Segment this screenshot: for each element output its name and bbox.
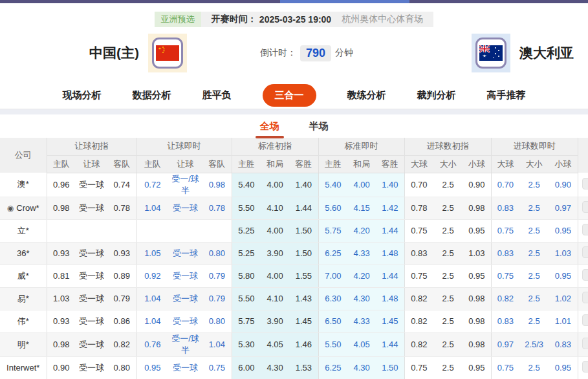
odds-cell: 2.5 [519, 310, 549, 332]
group-header: 进球数初指 [404, 138, 491, 155]
odds-cell: 0.83 [491, 310, 519, 332]
odds-cell: 0.92 [136, 265, 168, 287]
odds-cell: 受一球 [168, 310, 202, 332]
company-cell: 易* [0, 287, 47, 310]
sub-column-header: 大球 [404, 155, 433, 173]
trend-button[interactable] [582, 292, 588, 303]
company-cell: Interwet* [0, 356, 47, 379]
trend-button[interactable] [582, 201, 588, 213]
odds-cell: 受一球 [168, 242, 202, 265]
nav-tab-coach-analysis[interactable]: 教练分析 [347, 89, 386, 102]
trend-button[interactable] [582, 338, 588, 349]
odds-cell: 受一/球半 [168, 332, 202, 356]
nav-tab-win-draw-lose[interactable]: 胜平负 [202, 89, 232, 102]
odds-cell: 0.95 [549, 356, 578, 379]
nav-tab-data-analysis[interactable]: 数据分析 [133, 89, 171, 102]
odds-cell: 2.5 [433, 310, 463, 332]
extra-cell [578, 219, 588, 242]
odds-cell: 4.33 [347, 310, 376, 332]
odds-cell: 0.98 [47, 332, 76, 356]
odds-cell: 2.5 [519, 242, 549, 265]
odds-cell: 2.5 [433, 356, 463, 379]
odds-cell: 6.30 [318, 287, 347, 310]
odds-cell: 5.75 [232, 310, 261, 332]
odds-cell: 0.95 [549, 265, 578, 287]
subtab-full-time[interactable]: 全场 [260, 120, 279, 133]
kickoff-time: 2025-03-25 19:00 [259, 14, 331, 25]
company-name: 伟* [17, 316, 29, 326]
subtab-half-time[interactable]: 半场 [309, 120, 329, 133]
company-cell: 36* [0, 242, 47, 265]
odds-cell: 6.25 [318, 242, 347, 265]
odds-cell: 0.95 [463, 356, 491, 379]
sub-column-header: 和局 [261, 155, 289, 173]
nav-tab-live-analysis[interactable]: 现场分析 [63, 89, 102, 102]
trend-button[interactable] [582, 269, 588, 281]
odds-cell: 0.90 [463, 173, 491, 197]
odds-cell: 5.75 [318, 219, 347, 242]
odds-cell: 受一球 [168, 287, 202, 310]
odds-cell: 5.50 [232, 197, 261, 219]
odds-cell: 0.82 [404, 332, 433, 356]
trend-button[interactable] [582, 224, 588, 235]
odds-cell: 0.83 [491, 242, 519, 265]
sub-column-header: 大球 [491, 155, 519, 173]
odds-cell: 1.05 [136, 242, 168, 265]
odds-cell: 0.93 [47, 310, 76, 332]
odds-cell: 4.30 [347, 287, 376, 310]
table-row: ◉Crow*0.98受一球0.781.04受一球0.785.504.101.44… [0, 197, 588, 219]
odds-cell: 0.79 [202, 265, 232, 287]
odds-cell: 0.78 [404, 197, 433, 219]
odds-cell: 1.44 [376, 265, 404, 287]
sub-column-header: 客队 [107, 155, 136, 173]
odds-cell: 5.60 [318, 197, 347, 219]
odds-cell: 0.79 [107, 287, 136, 310]
odds-cell: 0.82 [404, 310, 433, 332]
odds-cell: 1.03 [47, 287, 76, 310]
countdown-label: 倒计时： [260, 47, 296, 59]
group-header: 让球初指 [47, 138, 136, 155]
odds-cell: 4.33 [347, 242, 376, 265]
table-row: 伟*0.93受一球0.861.04受一球0.805.753.901.456.50… [0, 310, 588, 332]
odds-cell: 1.40 [376, 173, 404, 197]
trend-button[interactable] [582, 361, 588, 373]
trend-button[interactable] [582, 314, 588, 326]
company-cell: 威* [0, 265, 47, 287]
trend-button[interactable] [582, 246, 588, 258]
odds-cell: 2.5 [519, 173, 549, 197]
odds-cell: 0.80 [202, 310, 232, 332]
odds-cell: 0.95 [463, 219, 491, 242]
extra-cell [578, 242, 588, 265]
bullseye-icon: ◉ [7, 204, 14, 213]
odds-cell [47, 219, 76, 242]
odds-cell [202, 219, 232, 242]
trend-button[interactable] [582, 178, 588, 190]
extra-cell [578, 173, 588, 197]
period-subtabs: 全场 半场 [0, 114, 588, 138]
table-row: 明*0.98受一球0.820.76受一/球半1.045.304.051.465.… [0, 332, 588, 356]
odds-cell: 0.95 [549, 219, 578, 242]
extra-cell [578, 310, 588, 332]
odds-cell: 1.01 [549, 310, 578, 332]
nav-tab-three-in-one[interactable]: 三合一 [263, 84, 316, 107]
odds-cell: 0.81 [47, 265, 76, 287]
odds-cell: 5.40 [232, 173, 261, 197]
odds-cell: 受一球 [76, 310, 107, 332]
odds-cell: 1.44 [289, 197, 318, 219]
odds-cell: 0.70 [404, 173, 433, 197]
odds-cell: 0.75 [491, 356, 519, 379]
odds-cell: 1.04 [136, 197, 168, 219]
nav-tab-referee-analysis[interactable]: 裁判分析 [417, 89, 456, 102]
home-team-name: 中国(主) [89, 44, 139, 62]
odds-cell: 1.04 [202, 332, 232, 356]
australia-flag-icon [475, 38, 506, 69]
table-row: 威*0.81受一球0.890.92受一球0.795.804.001.557.00… [0, 265, 588, 287]
odds-cell: 6.50 [318, 310, 347, 332]
away-team: 澳大利亚 [472, 34, 574, 72]
odds-cell [107, 219, 136, 242]
odds-cell: 1.44 [376, 332, 404, 356]
odds-cell: 1.55 [289, 265, 318, 287]
odds-table-body: 澳*0.96受一球0.740.72受一/球半0.985.404.001.405.… [0, 173, 588, 379]
nav-tab-expert-picks[interactable]: 高手推荐 [487, 89, 526, 102]
odds-cell: 5.80 [232, 265, 261, 287]
